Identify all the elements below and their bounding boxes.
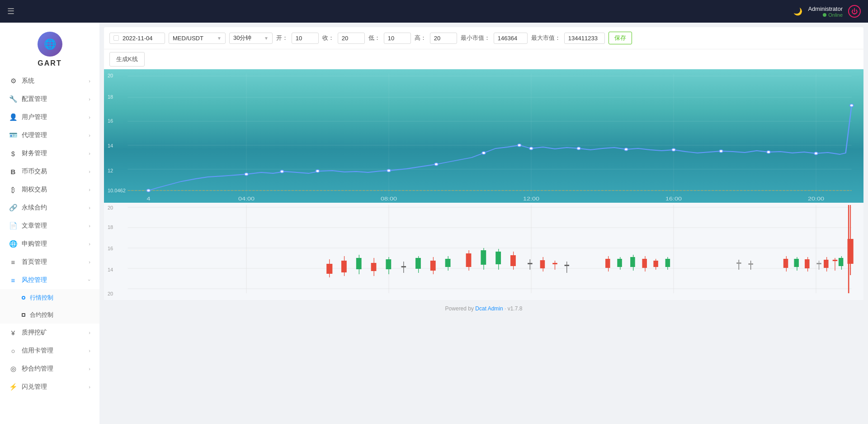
sidebar-item-agent[interactable]: 🪪 代理管理 › — [0, 126, 99, 144]
user-name: Administrator — [808, 5, 843, 12]
svg-point-21 — [316, 170, 320, 172]
second-icon: ◎ — [9, 365, 17, 373]
close-input[interactable]: 20 — [338, 33, 365, 44]
y-label-12: 12 — [108, 168, 113, 173]
svg-point-19 — [245, 173, 248, 176]
homepage-icon: ≡ — [9, 258, 17, 266]
sidebar-item-homepage[interactable]: ≡ 首页管理 › — [0, 253, 99, 271]
svg-rect-54 — [386, 259, 391, 269]
svg-point-28 — [624, 148, 628, 151]
low-input[interactable]: 10 — [384, 33, 411, 44]
sidebar-item-market-ctrl[interactable]: 行情控制 — [0, 289, 99, 306]
open-input[interactable]: 10 — [292, 33, 319, 44]
candle-chart-svg — [104, 203, 863, 300]
status-dot — [823, 13, 826, 17]
system-arrow: › — [89, 78, 90, 84]
max-market-input[interactable]: 134411233 — [564, 33, 605, 44]
candle-y-bottom: 20 — [108, 291, 113, 296]
generate-button[interactable]: 生成K线 — [109, 52, 145, 67]
sidebar-item-futures[interactable]: ₿ 期权交易 › — [0, 181, 99, 199]
high-label: 高： — [415, 34, 426, 42]
svg-rect-90 — [665, 259, 670, 267]
subscribe-icon: 🌐 — [9, 240, 17, 248]
svg-text:12:00: 12:00 — [523, 196, 539, 202]
svg-point-22 — [387, 169, 391, 172]
finance-arrow: › — [89, 151, 90, 156]
sidebar-item-system[interactable]: ⚙ 系统 › — [0, 72, 99, 90]
min-market-input[interactable]: 146364 — [494, 33, 528, 44]
sidebar-item-config[interactable]: 🔧 配置管理 › — [0, 90, 99, 108]
high-input[interactable]: 20 — [430, 33, 457, 44]
subscribe-label: 申购管理 — [22, 240, 47, 248]
riskctrl-submenu: 行情控制 合约控制 — [0, 289, 99, 324]
config-icon: 🔧 — [9, 95, 17, 103]
svg-rect-92 — [736, 262, 741, 264]
sidebar-item-finance[interactable]: $ 财务管理 › — [0, 144, 99, 162]
low-label: 低： — [368, 34, 380, 42]
sidebar-item-mining[interactable]: ¥ 质押挖矿 › — [0, 324, 99, 342]
interval-input[interactable]: 30分钟 — [233, 35, 260, 42]
power-button[interactable]: ⏻ — [848, 5, 861, 18]
sidebar-item-creditcard[interactable]: ○ 信用卡管理 › — [0, 342, 99, 360]
sidebar-item-users[interactable]: 👤 用户管理 › — [0, 108, 99, 126]
sidebar-item-content[interactable]: 📄 文章管理 › — [0, 217, 99, 235]
y-label-10: 10.0462 — [108, 188, 126, 193]
svg-text:08:00: 08:00 — [381, 196, 397, 202]
svg-point-26 — [529, 147, 533, 150]
market-ctrl-dot — [22, 296, 25, 300]
svg-text:4: 4 — [146, 196, 150, 202]
futures-label: 期权交易 — [22, 186, 47, 194]
candle-y-20: 20 — [108, 205, 113, 210]
save-button[interactable]: 保存 — [609, 32, 632, 44]
toolbar: 2022-11-04 MED/USDT ▼ 30分钟 ▼ 开： 10 收： 20 — [104, 27, 863, 49]
homepage-arrow: › — [89, 259, 90, 265]
svg-rect-84 — [630, 257, 635, 267]
svg-rect-64 — [466, 253, 472, 267]
flash-arrow: › — [89, 384, 90, 390]
svg-point-23 — [434, 163, 438, 166]
contract-ctrl-square — [22, 313, 25, 317]
config-label: 配置管理 — [22, 95, 47, 103]
sidebar-item-coin[interactable]: B 币币交易 › — [0, 162, 99, 181]
chart-container: 2022-11-04 MED/USDT ▼ 30分钟 ▼ 开： 10 收： 20 — [104, 27, 863, 300]
mining-label: 质押挖矿 — [22, 329, 47, 337]
date-input[interactable]: 2022-11-04 — [123, 35, 161, 42]
sidebar-item-flash[interactable]: ⚡ 闪兑管理 › — [0, 378, 99, 396]
coin-label: 币币交易 — [22, 167, 47, 176]
date-checkbox[interactable] — [113, 35, 119, 41]
user-info: Administrator Online — [808, 5, 843, 18]
svg-rect-108 — [839, 258, 844, 266]
pair-input[interactable]: MED/USDT — [173, 35, 213, 42]
footer-link[interactable]: Dcat Admin — [475, 305, 503, 312]
svg-point-33 — [850, 104, 854, 107]
theme-icon[interactable]: 🌙 — [793, 7, 802, 16]
main-layout: 🌐 GART ⚙ 系统 › 🔧 配置管理 › — [0, 23, 868, 424]
topbar-left: ☰ — [7, 6, 14, 16]
sidebar-item-contract-ctrl[interactable]: 合约控制 — [0, 306, 99, 324]
users-arrow: › — [89, 114, 90, 120]
futures-icon: ₿ — [9, 186, 17, 194]
generate-row: 生成K线 — [104, 49, 863, 69]
interval-field[interactable]: 30分钟 ▼ — [229, 33, 273, 44]
svg-rect-60 — [430, 261, 436, 271]
finance-label: 财务管理 — [22, 149, 47, 157]
riskctrl-arrow: › — [87, 279, 92, 281]
date-field[interactable]: 2022-11-04 — [109, 33, 165, 44]
finance-icon: $ — [9, 150, 17, 157]
svg-rect-48 — [341, 261, 347, 272]
content-icon: 📄 — [9, 222, 17, 230]
svg-rect-96 — [783, 259, 788, 268]
svg-rect-88 — [653, 261, 658, 267]
riskctrl-icon: ≡ — [9, 276, 17, 284]
sidebar-item-second[interactable]: ◎ 秒合约管理 › — [0, 360, 99, 378]
pair-field[interactable]: MED/USDT ▼ — [169, 33, 226, 44]
menu-icon[interactable]: ☰ — [7, 6, 14, 16]
sidebar-item-subscribe[interactable]: 🌐 申购管理 › — [0, 235, 99, 253]
topbar: ☰ 🌙 Administrator Online ⏻ — [0, 0, 868, 23]
sidebar-item-perpetual[interactable]: 🔗 永续合约 › — [0, 199, 99, 217]
svg-rect-80 — [605, 259, 610, 268]
sidebar-item-riskctrl[interactable]: ≡ 风控管理 › — [0, 271, 99, 289]
open-label: 开： — [276, 34, 288, 42]
second-arrow: › — [89, 366, 90, 372]
svg-rect-70 — [510, 255, 516, 266]
